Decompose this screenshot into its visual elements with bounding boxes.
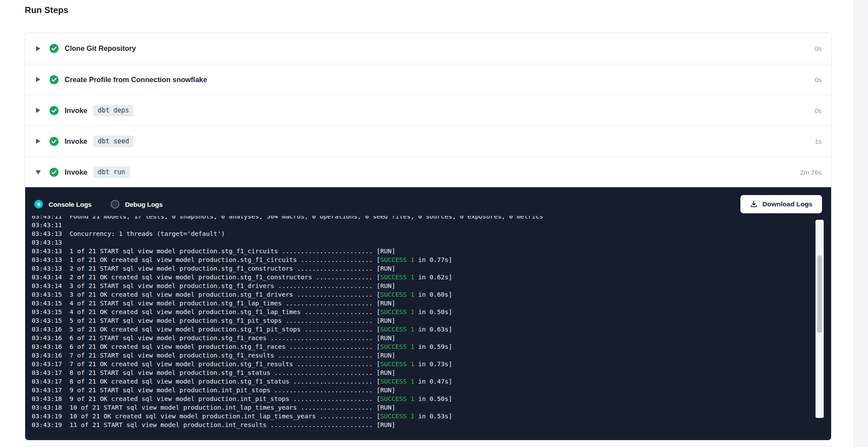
step-row-clone-git-repository[interactable]: Clone Git Repository0s xyxy=(25,33,831,64)
run-steps-card: Clone Git Repository0sCreate Profile fro… xyxy=(25,33,832,440)
step-status-success-icon xyxy=(49,75,59,84)
log-line: 03:43:15 3 of 21 OK created sql view mod… xyxy=(32,290,814,299)
step-row-create-profile-from-connection-snowflake[interactable]: Create Profile from Connection snowflake… xyxy=(25,64,831,95)
chevron-right-icon[interactable] xyxy=(36,46,41,51)
radio-selected-icon[interactable] xyxy=(34,200,43,209)
log-line: 03:43:15 5 of 21 START sql view model pr… xyxy=(32,316,814,325)
console-log-output[interactable]: 03:43:11 Found 21 models, 17 tests, 0 sn… xyxy=(32,216,814,434)
log-line: 03:43:13 2 of 21 START sql view model pr… xyxy=(32,264,814,273)
step-status-success-icon xyxy=(49,168,59,177)
console-scrollbar-thumb[interactable] xyxy=(817,255,822,333)
step-status-success-icon xyxy=(49,44,59,53)
console-toolbar: Console Logs Debug Logs Download Logs xyxy=(25,187,831,215)
step-row-invoke-dbt-run[interactable]: Invokedbt run2m 26s xyxy=(25,156,831,187)
next-card-top-border xyxy=(25,446,832,446)
chevron-right-icon[interactable] xyxy=(36,108,41,113)
step-status-success-icon xyxy=(49,106,59,115)
log-line: 03:43:18 10 of 21 START sql view model p… xyxy=(32,403,814,412)
step-duration: 1s xyxy=(815,138,822,145)
log-line: 03:43:15 4 of 21 OK created sql view mod… xyxy=(32,308,814,316)
log-line: 03:43:17 8 of 21 START sql view model pr… xyxy=(32,368,814,377)
step-status-success-icon xyxy=(49,137,59,146)
download-icon xyxy=(750,200,758,208)
log-line: 03:43:17 7 of 21 OK created sql view mod… xyxy=(32,360,814,368)
step-row-invoke-dbt-seed[interactable]: Invokedbt seed1s xyxy=(25,126,831,156)
run-steps-page: Run Steps Clone Git Repository0sCreate P… xyxy=(0,0,868,447)
step-label: Clone Git Repository xyxy=(65,44,136,53)
radio-unselected-icon[interactable] xyxy=(111,200,119,209)
step-label: Invoke xyxy=(65,168,87,176)
step-command-badge: dbt seed xyxy=(93,136,133,147)
log-line: 03:43:11 xyxy=(32,221,814,229)
log-line: 03:43:13 1 of 21 OK created sql view mod… xyxy=(32,255,814,264)
step-label: Invoke xyxy=(65,106,87,115)
step-label: Create Profile from Connection snowflake xyxy=(65,76,207,84)
step-command-badge: dbt deps xyxy=(93,105,133,116)
log-line: 03:43:13 xyxy=(32,238,814,247)
steps-list: Clone Git Repository0sCreate Profile fro… xyxy=(25,33,831,187)
log-line: 03:43:13 Concurrency: 1 threads (target=… xyxy=(32,229,814,238)
log-line: 03:43:16 6 of 21 START sql view model pr… xyxy=(32,334,814,342)
log-line: 03:43:14 3 of 21 START sql view model pr… xyxy=(32,281,814,290)
chevron-right-icon[interactable] xyxy=(36,77,41,82)
step-duration: 0s xyxy=(815,107,822,114)
page-title: Run Steps xyxy=(25,5,69,15)
log-line: 03:43:18 9 of 21 OK created sql view mod… xyxy=(32,394,814,403)
debug-logs-tab[interactable]: Debug Logs xyxy=(111,200,163,209)
log-line: 03:43:19 11 of 21 START sql view model p… xyxy=(32,421,814,429)
step-duration: 2m 26s xyxy=(800,169,822,176)
download-logs-button[interactable]: Download Logs xyxy=(740,195,822,213)
log-line: 03:43:19 10 of 21 OK created sql view mo… xyxy=(32,412,814,421)
console-scrollbar[interactable] xyxy=(815,220,824,418)
log-line: 03:43:17 9 of 21 START sql view model pr… xyxy=(32,386,814,394)
step-label: Invoke xyxy=(65,137,87,146)
log-line: 03:43:13 1 of 21 START sql view model pr… xyxy=(32,247,814,255)
page-scroll-gutter[interactable] xyxy=(853,0,868,447)
debug-logs-label: Debug Logs xyxy=(125,201,163,208)
download-logs-label: Download Logs xyxy=(763,200,812,208)
console-logs-tab[interactable]: Console Logs xyxy=(34,200,92,209)
step-duration: 0s xyxy=(815,45,822,52)
log-line: 03:43:11 Found 21 models, 17 tests, 0 sn… xyxy=(32,216,814,221)
console-logs-label: Console Logs xyxy=(49,201,92,208)
log-line: 03:43:15 4 of 21 START sql view model pr… xyxy=(32,299,814,308)
log-line: 03:43:17 8 of 21 OK created sql view mod… xyxy=(32,377,814,386)
chevron-down-icon[interactable] xyxy=(36,169,41,175)
step-command-badge: dbt run xyxy=(93,166,129,178)
log-line: 03:43:16 6 of 21 OK created sql view mod… xyxy=(32,342,814,351)
console-panel: Console Logs Debug Logs Download Logs 03… xyxy=(25,187,831,440)
step-duration: 0s xyxy=(815,76,822,83)
log-line: 03:43:14 2 of 21 OK created sql view mod… xyxy=(32,273,814,281)
step-row-invoke-dbt-deps[interactable]: Invokedbt deps0s xyxy=(25,95,831,126)
log-line: 03:43:16 5 of 21 OK created sql view mod… xyxy=(32,325,814,334)
log-line: 03:43:16 7 of 21 START sql view model pr… xyxy=(32,351,814,360)
chevron-right-icon[interactable] xyxy=(36,139,41,144)
